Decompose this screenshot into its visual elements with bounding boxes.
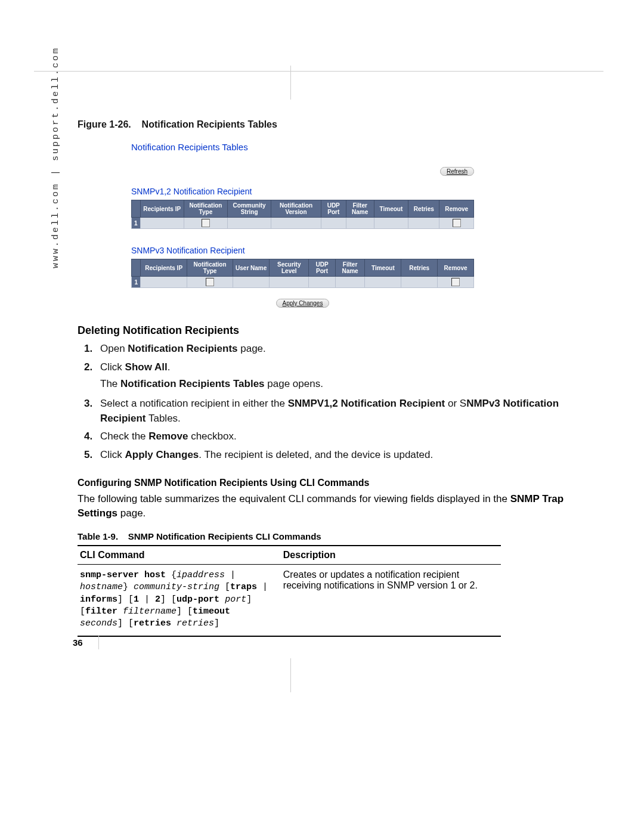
text: Click <box>100 449 125 460</box>
remove-checkbox[interactable] <box>451 278 460 286</box>
col-description: Description <box>281 546 501 565</box>
page-number: 36 <box>73 637 83 648</box>
table-number: Table 1-9. <box>78 531 118 541</box>
cli-intro: The following table summarizes the equiv… <box>78 492 593 521</box>
screenshot-panel: Notification Recipients Tables Refresh S… <box>131 142 474 308</box>
text: The <box>100 378 120 389</box>
cli-description-cell: Creates or updates a notification recipi… <box>281 565 501 636</box>
text-bold: Remove <box>148 431 188 442</box>
table-title: SNMP Notification Recipients CLI Command… <box>128 531 321 541</box>
apply-changes-button[interactable]: Apply Changes <box>276 299 330 308</box>
row-number: 1 <box>132 218 141 229</box>
page-number-separator <box>98 635 99 649</box>
text: page. <box>238 343 266 354</box>
col-header: Recipients IP <box>140 200 184 218</box>
step-3: Select a notification recipient in eithe… <box>95 397 593 426</box>
col-header: Notification Type <box>184 200 227 218</box>
text: checkbox. <box>188 431 236 442</box>
table-row: 1 <box>132 277 474 288</box>
step-2: Click Show All. The Notification Recipie… <box>95 360 593 392</box>
col-header: Remove <box>438 259 474 277</box>
text-bold: Notification Recipients <box>128 343 237 354</box>
checkbox[interactable] <box>202 219 210 227</box>
top-center-rule <box>290 66 291 100</box>
col-header: Filter Name <box>335 259 365 277</box>
col-header: User Name <box>233 259 270 277</box>
remove-checkbox[interactable] <box>453 219 461 227</box>
col-cli-command: CLI Command <box>78 546 281 565</box>
text-bold: Apply Changes <box>125 449 199 460</box>
col-header: UDP Port <box>321 200 346 218</box>
text-bold: Notification Recipients Tables <box>120 378 265 389</box>
col-header: Filter Name <box>346 200 374 218</box>
snmp3-title: SNMPv3 Notification Recipient <box>131 246 474 255</box>
row-number: 1 <box>132 277 141 288</box>
text: . The recipient is deleted, and the devi… <box>199 449 433 460</box>
figure-caption: Figure 1-26. Notification Recipients Tab… <box>78 119 593 130</box>
text: page opens. <box>265 378 323 389</box>
snmp12-title: SNMPv1,2 Notification Recipient <box>131 187 474 196</box>
text: Check the <box>100 431 148 442</box>
step-4: Check the Remove checkbox. <box>95 429 593 444</box>
text: The following table summarizes the equiv… <box>78 493 510 504</box>
col-header: Retries <box>401 259 438 277</box>
text: Click <box>100 361 125 373</box>
table-row: 1 <box>132 218 474 229</box>
deleting-heading: Deleting Notification Recipients <box>78 324 593 337</box>
bottom-center-rule <box>290 658 291 692</box>
text: or S <box>445 398 466 409</box>
cli-row: snmp-server host {ipaddress | hostname} … <box>78 565 501 636</box>
col-header: Notification Version <box>271 200 321 218</box>
col-header: Timeout <box>365 259 401 277</box>
table-caption: Table 1-9. SNMP Notification Recipients … <box>78 531 593 541</box>
col-header: Recipients IP <box>141 259 187 277</box>
col-header: Retries <box>408 200 439 218</box>
step-5: Click Apply Changes. The recipient is de… <box>95 448 593 463</box>
cli-command-cell: snmp-server host {ipaddress | hostname} … <box>78 565 281 636</box>
figure-number: Figure 1-26. <box>78 119 131 129</box>
col-header: Timeout <box>374 200 408 218</box>
text: Open <box>100 343 128 354</box>
refresh-button[interactable]: Refresh <box>440 167 474 176</box>
figure-title: Notification Recipients Tables <box>142 119 277 129</box>
snmp12-table: Recipients IP Notification Type Communit… <box>131 200 474 229</box>
text-bold: SNMPV1,2 Notification Recipient <box>288 398 445 409</box>
steps-list: Open Notification Recipients page. Click… <box>78 342 593 462</box>
top-divider <box>34 71 603 72</box>
snmp3-table: Recipients IP Notification Type User Nam… <box>131 259 474 288</box>
text-bold: Show All <box>125 361 168 373</box>
text: Tables. <box>146 413 181 424</box>
col-header: Notification Type <box>187 259 233 277</box>
cli-heading: Configuring SNMP Notification Recipients… <box>78 478 593 488</box>
col-header: Community String <box>228 200 271 218</box>
col-header: UDP Port <box>309 259 335 277</box>
screenshot-title: Notification Recipients Tables <box>131 142 474 152</box>
checkbox[interactable] <box>206 278 214 286</box>
text: . <box>168 361 171 373</box>
step-1: Open Notification Recipients page. <box>95 342 593 357</box>
text: Select a notification recipient in eithe… <box>100 398 288 409</box>
text: page. <box>117 507 145 519</box>
cli-table: CLI Command Description snmp-server host… <box>78 545 501 637</box>
page-content: Figure 1-26. Notification Recipients Tab… <box>51 119 593 637</box>
col-header: Security Level <box>270 259 309 277</box>
col-header: Remove <box>439 200 474 218</box>
